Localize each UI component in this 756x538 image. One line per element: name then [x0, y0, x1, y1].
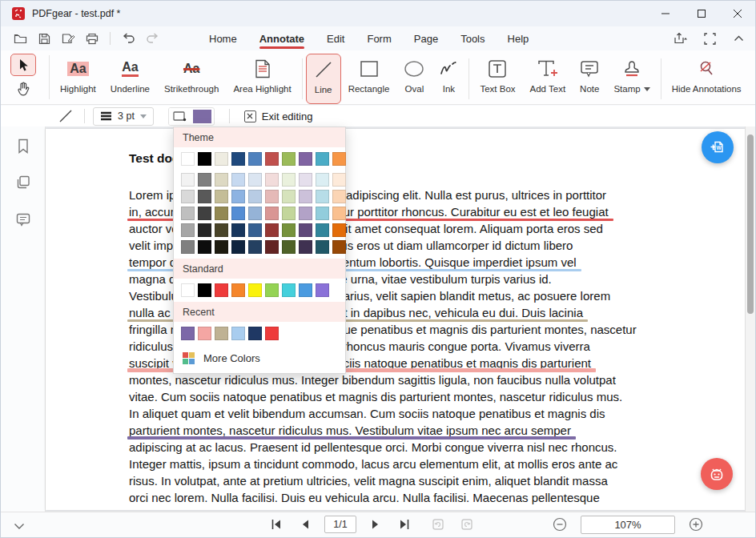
strikethrough-tool[interactable]: Aa Strikethrough	[157, 54, 226, 104]
tab-annotate[interactable]: Annotate	[251, 26, 312, 50]
tab-edit[interactable]: Edit	[319, 26, 352, 50]
color-swatch[interactable]	[316, 173, 329, 187]
color-swatch[interactable]	[299, 223, 312, 237]
color-swatch[interactable]	[231, 152, 245, 166]
zoom-out-button[interactable]	[550, 515, 569, 534]
color-swatch[interactable]	[248, 283, 262, 297]
save-as-icon[interactable]	[58, 30, 78, 47]
line-tool[interactable]: Line	[306, 54, 341, 104]
color-swatch[interactable]	[265, 190, 279, 203]
tab-page[interactable]: Page	[406, 26, 446, 50]
color-swatch[interactable]	[316, 152, 329, 166]
color-swatch[interactable]	[181, 190, 195, 203]
last-page-button[interactable]	[395, 515, 414, 534]
color-swatch[interactable]	[282, 207, 296, 220]
color-swatch[interactable]	[332, 173, 346, 187]
more-colors-button[interactable]: More Colors	[174, 345, 345, 373]
note-tool[interactable]: Note	[573, 54, 606, 104]
color-swatch[interactable]	[299, 207, 312, 220]
fullscreen-icon[interactable]	[699, 29, 720, 48]
first-page-button[interactable]	[267, 515, 286, 534]
color-swatch[interactable]	[248, 240, 262, 254]
color-swatch[interactable]	[198, 173, 211, 187]
page-thumbnails-icon[interactable]	[12, 173, 34, 192]
color-swatch[interactable]	[316, 240, 329, 254]
convert-to-word-button[interactable]: W	[702, 131, 734, 163]
color-swatch[interactable]	[265, 173, 279, 187]
color-swatch[interactable]	[215, 240, 228, 254]
color-swatch[interactable]	[316, 283, 329, 297]
line-thickness-dropdown[interactable]: 3 pt	[93, 107, 154, 126]
color-swatch[interactable]	[282, 173, 296, 187]
color-swatch[interactable]	[181, 283, 195, 297]
vertical-scrollbar[interactable]	[745, 126, 755, 512]
select-cursor-tool[interactable]	[10, 54, 36, 76]
color-swatch[interactable]	[299, 152, 312, 166]
next-page-button[interactable]	[366, 515, 385, 534]
color-swatch[interactable]	[198, 207, 211, 220]
close-button[interactable]	[719, 1, 755, 26]
color-swatch[interactable]	[181, 152, 195, 166]
color-swatch[interactable]	[282, 283, 296, 297]
zoom-in-button[interactable]	[686, 515, 706, 534]
color-swatch[interactable]	[231, 240, 245, 254]
color-swatch[interactable]	[231, 207, 245, 220]
color-swatch[interactable]	[248, 190, 262, 203]
color-swatch[interactable]	[198, 327, 211, 340]
color-swatch[interactable]	[215, 283, 228, 297]
color-swatch[interactable]	[248, 207, 262, 220]
color-swatch[interactable]	[181, 173, 195, 187]
color-swatch[interactable]	[215, 327, 228, 340]
ai-assistant-button[interactable]	[701, 458, 733, 490]
color-swatch[interactable]	[231, 173, 245, 187]
undo-icon[interactable]	[119, 30, 138, 47]
color-swatch[interactable]	[332, 240, 346, 254]
color-swatch[interactable]	[215, 223, 228, 237]
tab-form[interactable]: Form	[359, 26, 399, 50]
color-swatch[interactable]	[181, 240, 195, 254]
stamp-tool[interactable]: Stamp	[606, 54, 657, 104]
color-swatch[interactable]	[181, 207, 195, 220]
tab-tools[interactable]: Tools	[452, 26, 493, 50]
color-swatch[interactable]	[282, 152, 296, 166]
minimize-button[interactable]	[647, 1, 683, 26]
color-swatch[interactable]	[299, 240, 312, 254]
maximize-button[interactable]	[683, 1, 719, 26]
rotate-right-icon[interactable]	[457, 515, 477, 534]
scrollbar-thumb[interactable]	[747, 134, 754, 314]
color-swatch[interactable]	[181, 223, 195, 237]
page-indicator-input[interactable]: 1/1	[324, 516, 356, 533]
color-swatch[interactable]	[198, 283, 211, 297]
collapse-panel-icon[interactable]	[14, 519, 25, 533]
color-swatch[interactable]	[332, 223, 346, 237]
color-swatch[interactable]	[299, 173, 312, 187]
color-swatch[interactable]	[231, 190, 245, 203]
line-style-icon[interactable]	[55, 107, 76, 125]
color-swatch[interactable]	[316, 207, 329, 220]
color-swatch[interactable]	[215, 173, 228, 187]
color-swatch[interactable]	[248, 327, 262, 340]
color-swatch[interactable]	[332, 152, 346, 166]
pdf-page[interactable]: Test document Lorem ipsum dolor sit amet…	[46, 129, 746, 510]
color-swatch[interactable]	[198, 223, 211, 237]
color-swatch[interactable]	[248, 152, 262, 166]
color-swatch[interactable]	[282, 190, 296, 203]
color-swatch[interactable]	[248, 173, 262, 187]
color-swatch[interactable]	[198, 240, 211, 254]
tab-home[interactable]: Home	[201, 26, 245, 50]
zoom-level-input[interactable]: 107%	[581, 516, 675, 534]
tab-help[interactable]: Help	[500, 26, 537, 50]
hand-pan-tool[interactable]	[10, 78, 36, 99]
add-text-tool[interactable]: Add Text	[523, 54, 573, 104]
open-file-icon[interactable]	[10, 30, 30, 47]
exit-editing-button[interactable]: Exit editing	[238, 107, 320, 126]
color-swatch[interactable]	[265, 283, 279, 297]
color-swatch[interactable]	[332, 190, 346, 203]
color-swatch[interactable]	[332, 207, 346, 220]
save-icon[interactable]	[34, 30, 54, 47]
color-picker-button[interactable]	[168, 107, 215, 126]
previous-page-button[interactable]	[296, 515, 315, 534]
color-swatch[interactable]	[265, 152, 279, 166]
color-swatch[interactable]	[282, 240, 296, 254]
color-swatch[interactable]	[215, 190, 228, 203]
